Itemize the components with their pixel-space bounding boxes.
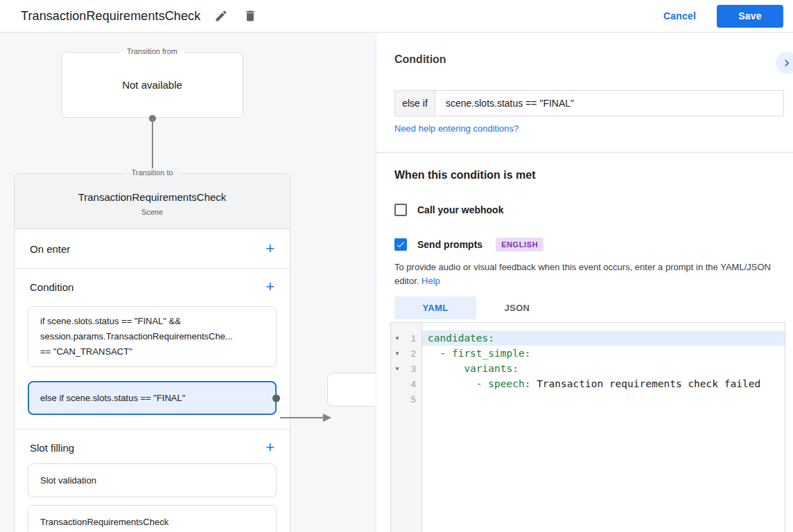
send-prompts-checkbox[interactable] [394,238,407,251]
panel-title: Condition [394,53,446,66]
page-title: TransactionRequirementsCheck [21,9,200,24]
code-line[interactable]: ▾ 5 [391,391,785,407]
title-area: TransactionRequirementsCheck [21,8,259,24]
condition-line: if scene.slots.status == "FINAL" && [40,314,264,329]
yaml-key: variants: [428,363,518,374]
line-number: 3 [403,364,417,374]
condition-section: Condition + if scene.slots.status == "FI… [15,269,290,429]
add-condition-button[interactable]: + [265,280,274,294]
transition-to-legend: Transition to [124,168,180,177]
condition-prefix-label: else if [395,91,435,116]
save-button[interactable]: Save [717,5,783,28]
code-line[interactable]: ▾ 3 variants: [391,361,785,376]
code-line[interactable]: ▾ 4 - speech: Transaction requirements c… [391,376,785,391]
condition-section-label: Condition [30,281,73,293]
add-slot-button[interactable]: + [265,441,274,454]
condition-line: == "CAN_TRANSACT" [40,344,264,360]
on-enter-label: On enter [30,243,70,255]
code-line[interactable]: ▾ 2 - first_simple: [391,346,785,361]
transition-from-content: Not available [62,53,243,117]
line-number: 5 [403,394,417,405]
prompts-option-row: Send prompts ENGLISH [394,238,543,251]
condition-expression-row: else if [394,90,784,116]
line-number: 1 [403,333,417,344]
transition-target-box[interactable] [327,373,376,407]
edit-icon [214,9,228,23]
condition-editor-panel: Condition else if Need help entering con… [376,33,793,532]
condition-item-if[interactable]: if scene.slots.status == "FINAL" && sess… [28,306,277,367]
transition-arrow-right-icon [280,413,333,423]
condition-line: session.params.TransactionRequirementsCh… [40,329,264,344]
yaml-key: - speech: [428,378,530,389]
conditions-help-link[interactable]: Need help entering conditions? [394,123,518,134]
delete-scene-button[interactable] [242,8,259,24]
connector-dot-icon [272,394,280,402]
slot-filling-label: Slot filling [30,442,74,454]
prompt-description-text: To provide audio or visual feedback when… [394,262,771,286]
tab-yaml[interactable]: YAML [394,296,476,319]
yaml-key: candidates: [428,332,494,344]
send-prompts-label: Send prompts [417,239,482,250]
language-badge: ENGLISH [496,238,543,251]
collapse-panel-button[interactable] [776,52,793,74]
slot-item-validation[interactable]: Slot validation [28,463,277,497]
yaml-code-editor[interactable]: ▾ 1 candidates: ▾ 2 - first_simple: ▾ 3 [390,322,785,532]
chevron-right-icon [780,56,793,70]
scene-name: TransactionRequirementsCheck [78,191,227,203]
scene-card-header[interactable]: TransactionRequirementsCheck Scene [15,174,290,229]
editor-lines: ▾ 1 candidates: ▾ 2 - first_simple: ▾ 3 [391,323,785,407]
transition-to-card: Transition to TransactionRequirementsChe… [14,173,290,532]
condition-item-elseif-selected[interactable]: else if scene.slots.status == "FINAL" [28,381,277,415]
condition-elseif-text: else if scene.slots.status == "FINAL" [40,393,185,403]
section-divider [376,152,793,153]
slot-filling-section: Slot filling + Slot validation Transacti… [15,432,290,532]
fold-arrow-icon[interactable]: ▾ [391,335,403,342]
webhook-option-row: Call your webhook [394,204,503,216]
slot-item-transaction-check[interactable]: TransactionRequirementsCheck [28,505,277,532]
transition-from-box[interactable]: Transition from Not available [61,52,243,118]
checkmark-icon [396,240,406,249]
line-number: 2 [403,348,417,359]
app-window: TransactionRequirementsCheck Cancel Save… [0,0,793,532]
call-webhook-checkbox[interactable] [394,204,407,216]
on-enter-row: On enter + [15,229,290,269]
tab-json[interactable]: JSON [476,296,558,319]
slot-filling-header-row: Slot filling + [15,432,290,463]
main-area: Transition from Not available Transition… [0,33,793,532]
call-webhook-label: Call your webhook [417,204,503,215]
code-line[interactable]: ▾ 1 candidates: [391,330,785,346]
edit-title-button[interactable] [213,8,229,24]
fold-arrow-icon[interactable]: ▾ [391,365,403,372]
cancel-button[interactable]: Cancel [663,10,696,21]
yaml-key: - first_simple: [428,348,530,359]
transition-from-legend: Transition from [120,47,184,55]
fold-arrow-icon[interactable]: ▾ [391,350,403,357]
scene-diagram-canvas: Transition from Not available Transition… [0,33,376,532]
add-on-enter-button[interactable]: + [265,242,274,256]
condition-header-row: Condition + [15,269,290,305]
top-bar: TransactionRequirementsCheck Cancel Save [0,0,793,33]
line-number: 4 [403,379,417,389]
yaml-value: Transaction requirements check failed [530,378,760,389]
editor-format-tabs: YAML JSON [394,296,558,319]
prompt-description: To provide audio or visual feedback when… [394,260,787,288]
trash-icon [243,9,257,23]
help-link[interactable]: Help [421,276,440,286]
condition-expression-input[interactable] [435,91,783,116]
scene-type-label: Scene [141,208,163,216]
when-condition-met-heading: When this condition is met [394,169,536,181]
header-actions: Cancel Save [663,5,783,28]
